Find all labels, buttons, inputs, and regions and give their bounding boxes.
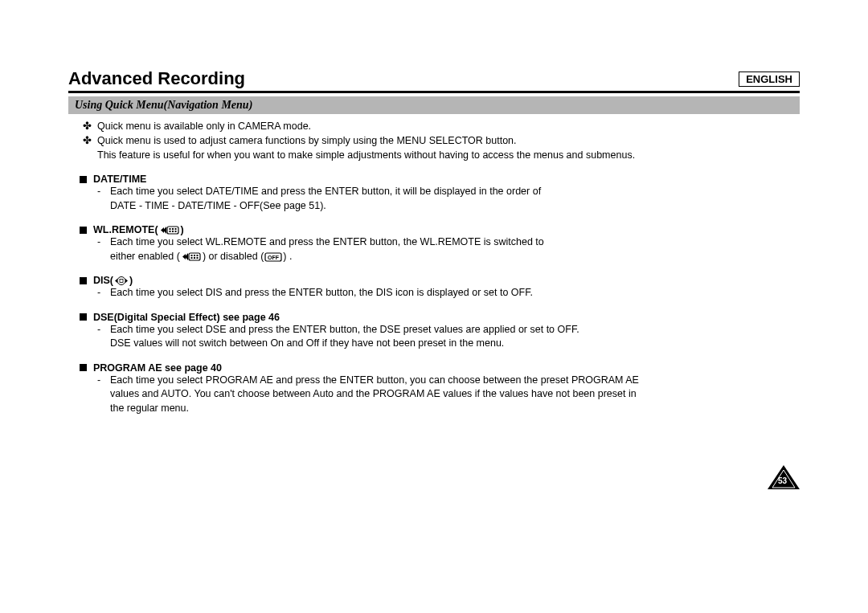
svg-rect-11 <box>190 257 192 259</box>
svg-rect-4 <box>169 231 170 232</box>
svg-rect-9 <box>194 255 195 256</box>
section-wl-remote: WL.REMOTE() - Each time you select WL.RE… <box>68 224 800 264</box>
section-body: - Each time you select WL.REMOTE and pre… <box>97 235 800 264</box>
body-text: Each time you select DATE/TIME and press… <box>110 185 541 199</box>
svg-rect-2 <box>172 228 174 230</box>
section-date-time: DATE/TIME - Each time you select DATE/TI… <box>68 174 800 213</box>
square-bullet-icon <box>80 227 87 234</box>
dash-bullet: - <box>97 235 110 250</box>
manual-page: Advanced Recording ENGLISH Using Quick M… <box>68 68 800 415</box>
remote-icon <box>181 251 202 262</box>
section-title: WL.REMOTE() <box>93 224 184 235</box>
square-bullet-icon <box>80 313 87 321</box>
off-icon: OFF <box>264 252 282 262</box>
svg-rect-6 <box>174 231 176 232</box>
section-title: DSE(Digital Special Effect) see page 46 <box>93 312 280 323</box>
section-heading: DSE(Digital Special Effect) see page 46 <box>80 312 800 323</box>
intro-block: ✤ Quick menu is available only in CAMERA… <box>83 119 800 162</box>
svg-rect-5 <box>172 231 174 232</box>
body-text: the regular menu. <box>110 402 189 416</box>
intro-line: This feature is useful for when you want… <box>97 148 800 162</box>
svg-rect-10 <box>196 255 198 256</box>
page-number-badge: 53 <box>768 465 800 489</box>
intro-text: Quick menu is used to adjust camera func… <box>97 133 517 148</box>
svg-rect-16 <box>120 280 123 283</box>
page-title: Advanced Recording <box>68 68 245 89</box>
svg-text:OFF: OFF <box>268 255 280 260</box>
svg-rect-13 <box>196 257 198 259</box>
square-bullet-icon <box>80 277 87 284</box>
clover-bullet-icon: ✤ <box>83 119 97 133</box>
section-heading: PROGRAM AE see page 40 <box>80 362 800 374</box>
clover-bullet-icon: ✤ <box>83 133 97 148</box>
intro-text: This feature is useful for when you want… <box>97 148 635 162</box>
section-body: - Each time you select DSE and press the… <box>97 323 800 351</box>
body-text: DSE values will not switch between On an… <box>110 337 504 351</box>
section-title: PROGRAM AE see page 40 <box>93 362 222 374</box>
svg-rect-7 <box>189 253 200 260</box>
svg-rect-12 <box>194 257 195 259</box>
dash-bullet: - <box>97 374 110 388</box>
body-text: Each time you select PROGRAM AE and pres… <box>110 374 639 388</box>
remote-icon <box>159 225 180 235</box>
language-label: ENGLISH <box>739 72 800 87</box>
body-text: DATE - TIME - DATE/TIME - OFF(See page 5… <box>110 199 326 214</box>
section-program-ae: PROGRAM AE see page 40 - Each time you s… <box>68 362 800 416</box>
svg-rect-8 <box>190 255 192 256</box>
section-title: DIS() <box>93 275 133 286</box>
page-number: 53 <box>778 476 787 485</box>
dash-bullet: - <box>97 286 110 300</box>
section-heading: DIS() <box>80 275 800 286</box>
intro-line: ✤ Quick menu is used to adjust camera fu… <box>83 133 800 148</box>
body-text: Each time you select DIS and press the E… <box>110 286 533 300</box>
section-heading: WL.REMOTE() <box>80 224 800 235</box>
section-dis: DIS() - Each time you select DIS and pre… <box>68 275 800 300</box>
dash-bullet: - <box>97 185 110 199</box>
section-body: - Each time you select DATE/TIME and pre… <box>97 185 800 213</box>
subheading: Using Quick Menu(Navigation Menu) <box>68 96 800 114</box>
svg-rect-0 <box>167 227 178 234</box>
intro-line: ✤ Quick menu is available only in CAMERA… <box>83 119 800 133</box>
body-text: either enabled () or disabled (OFF) . <box>110 250 292 264</box>
section-heading: DATE/TIME <box>80 174 800 185</box>
section-title: DATE/TIME <box>93 174 146 185</box>
square-bullet-icon <box>80 364 87 371</box>
header-row: Advanced Recording ENGLISH <box>68 68 800 93</box>
intro-text: Quick menu is available only in CAMERA m… <box>97 119 311 133</box>
dash-bullet: - <box>97 323 110 337</box>
svg-rect-3 <box>174 228 176 230</box>
dis-icon <box>114 276 129 286</box>
section-dse: DSE(Digital Special Effect) see page 46 … <box>68 312 800 351</box>
body-text: values and AUTO. You can't choose betwee… <box>110 387 637 402</box>
body-text: Each time you select WL.REMOTE and press… <box>110 235 544 250</box>
square-bullet-icon <box>80 176 87 183</box>
section-body: - Each time you select PROGRAM AE and pr… <box>97 374 800 416</box>
section-body: - Each time you select DIS and press the… <box>97 286 800 300</box>
svg-rect-1 <box>169 228 170 230</box>
body-text: Each time you select DSE and press the E… <box>110 323 579 337</box>
